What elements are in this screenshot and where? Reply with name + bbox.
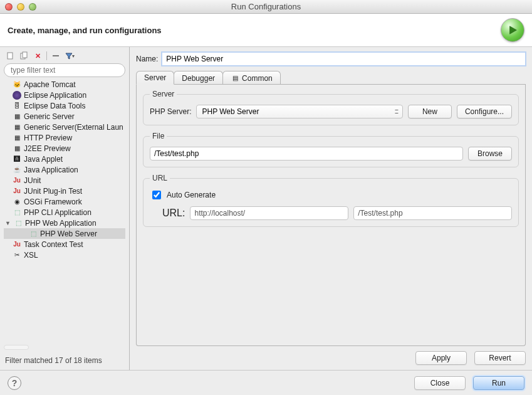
window-title: Run Configurations bbox=[0, 2, 532, 11]
name-label: Name: bbox=[136, 55, 158, 63]
main-area: ✕ ▾ 🐱Apache Tomcat Eclipse Application 🗄… bbox=[0, 47, 532, 370]
url-legend: URL bbox=[150, 174, 170, 182]
config-tree: 🐱Apache Tomcat Eclipse Application 🗄Ecli… bbox=[4, 79, 125, 342]
new-server-button[interactable]: New bbox=[408, 105, 452, 118]
header-text: Create, manage, and run configurations bbox=[8, 26, 162, 35]
tree-label: Generic Server bbox=[24, 112, 75, 121]
junit-icon: Ju bbox=[13, 176, 21, 185]
filter-match-status: Filter matched 17 of 18 items bbox=[4, 354, 125, 367]
junit-icon: Ju bbox=[13, 187, 21, 196]
file-group: File Browse bbox=[143, 132, 519, 167]
tree-label: Task Context Test bbox=[24, 240, 83, 249]
svg-marker-0 bbox=[510, 26, 517, 34]
tree-label: JUnit bbox=[24, 176, 41, 185]
auto-generate-checkbox[interactable] bbox=[152, 191, 161, 199]
new-config-icon[interactable] bbox=[5, 51, 15, 61]
horizontal-scrollbar[interactable] bbox=[4, 345, 29, 350]
php-icon: ⬚ bbox=[14, 219, 23, 228]
tree-item-generic-server-ext[interactable]: ▦Generic Server(External Laun bbox=[4, 122, 125, 132]
tab-label: Debugger bbox=[182, 74, 215, 83]
tab-server[interactable]: Server bbox=[136, 71, 174, 85]
config-panel: Name: Server Debugger ▤Common Server PHP… bbox=[130, 47, 532, 370]
php-icon: ⬚ bbox=[13, 208, 21, 217]
tree-item-data-tools[interactable]: 🗄Eclipse Data Tools bbox=[4, 100, 125, 111]
tree-item-php-web-app[interactable]: ▼⬚PHP Web Application bbox=[4, 218, 125, 228]
server-icon: ▦ bbox=[13, 112, 21, 121]
tree-item-php-cli[interactable]: ⬚PHP CLI Application bbox=[4, 207, 125, 218]
server-legend: Server bbox=[150, 90, 177, 98]
tree-item-task-context[interactable]: JuTask Context Test bbox=[4, 239, 125, 250]
tree-label: HTTP Preview bbox=[24, 134, 72, 142]
php-icon: ⬚ bbox=[29, 229, 38, 238]
filter-input[interactable] bbox=[4, 63, 125, 77]
run-button[interactable]: Run bbox=[473, 376, 524, 390]
tree-label: OSGi Framework bbox=[24, 198, 82, 206]
svg-rect-4 bbox=[53, 55, 59, 56]
xsl-icon: ✂ bbox=[13, 251, 21, 260]
tree-item-java-app[interactable]: ☕Java Application bbox=[4, 164, 125, 175]
action-row: Apply Revert bbox=[136, 351, 526, 365]
apply-button[interactable]: Apply bbox=[415, 351, 467, 365]
tree-label: PHP CLI Application bbox=[24, 208, 91, 217]
junit-icon: Ju bbox=[13, 240, 21, 249]
applet-icon: 🅰 bbox=[13, 155, 21, 164]
tree-item-junit-plugin[interactable]: JuJUnit Plug-in Test bbox=[4, 186, 125, 196]
tomcat-icon: 🐱 bbox=[13, 80, 21, 89]
filter-box bbox=[4, 63, 125, 77]
configure-server-button[interactable]: Configure... bbox=[457, 105, 512, 118]
tab-common[interactable]: ▤Common bbox=[222, 71, 281, 85]
duplicate-config-icon[interactable] bbox=[19, 51, 29, 61]
filter-menu-icon[interactable]: ▾ bbox=[65, 51, 75, 61]
disclosure-triangle-icon[interactable]: ▼ bbox=[5, 220, 11, 226]
tree-label: Eclipse Data Tools bbox=[24, 102, 86, 110]
sidebar: ✕ ▾ 🐱Apache Tomcat Eclipse Application 🗄… bbox=[0, 47, 130, 370]
name-input[interactable] bbox=[162, 52, 526, 66]
java-icon: ☕ bbox=[13, 166, 21, 174]
server-icon: ▦ bbox=[13, 144, 21, 153]
file-input[interactable] bbox=[150, 147, 463, 161]
tree-item-apache-tomcat[interactable]: 🐱Apache Tomcat bbox=[4, 79, 125, 90]
tree-item-generic-server[interactable]: ▦Generic Server bbox=[4, 111, 125, 122]
server-icon: ▦ bbox=[13, 134, 21, 142]
tab-bar: Server Debugger ▤Common bbox=[136, 71, 526, 85]
tree-item-xsl[interactable]: ✂XSL bbox=[4, 250, 125, 260]
tree-item-http-preview[interactable]: ▦HTTP Preview bbox=[4, 132, 125, 143]
svg-rect-1 bbox=[8, 53, 13, 59]
tab-content-server: Server PHP Server: PHP Web Server New Co… bbox=[136, 85, 526, 346]
tree-label: XSL bbox=[24, 251, 38, 260]
tree-label: PHP Web Application bbox=[25, 219, 96, 228]
url-group: URL Auto Generate URL: bbox=[143, 174, 519, 227]
tree-label: Generic Server(External Laun bbox=[24, 123, 123, 132]
revert-button[interactable]: Revert bbox=[474, 351, 526, 365]
tree-item-java-applet[interactable]: 🅰Java Applet bbox=[4, 154, 125, 164]
tree-label: Eclipse Application bbox=[24, 91, 86, 100]
delete-config-icon[interactable]: ✕ bbox=[33, 51, 43, 61]
close-button[interactable]: Close bbox=[414, 376, 466, 390]
help-button[interactable]: ? bbox=[8, 376, 21, 390]
header: Create, manage, and run configurations bbox=[0, 14, 532, 47]
tree-item-j2ee-preview[interactable]: ▦J2EE Preview bbox=[4, 143, 125, 154]
database-icon: 🗄 bbox=[13, 102, 21, 110]
server-icon: ▦ bbox=[13, 123, 21, 132]
tree-label: Apache Tomcat bbox=[24, 80, 76, 89]
url-path-input bbox=[353, 206, 512, 220]
auto-generate-label: Auto Generate bbox=[167, 191, 216, 199]
tree-label: J2EE Preview bbox=[24, 144, 71, 153]
tab-debugger[interactable]: Debugger bbox=[174, 71, 223, 85]
collapse-all-icon[interactable] bbox=[51, 51, 61, 61]
file-legend: File bbox=[150, 132, 167, 140]
titlebar: Run Configurations bbox=[0, 0, 532, 14]
browse-file-button[interactable]: Browse bbox=[468, 147, 512, 161]
url-host-input bbox=[190, 206, 348, 220]
tree-item-php-web-server[interactable]: ⬚PHP Web Server bbox=[4, 228, 125, 239]
osgi-icon: ◉ bbox=[13, 198, 21, 206]
toolbar-separator bbox=[46, 51, 47, 60]
url-label: URL: bbox=[162, 208, 185, 219]
php-server-select[interactable]: PHP Web Server bbox=[196, 105, 402, 118]
tree-label: Java Applet bbox=[24, 155, 63, 164]
tab-label: Common bbox=[242, 74, 273, 83]
tree-item-eclipse-app[interactable]: Eclipse Application bbox=[4, 90, 125, 100]
tree-item-osgi[interactable]: ◉OSGi Framework bbox=[4, 196, 125, 207]
tab-label: Server bbox=[144, 73, 166, 82]
tree-item-junit[interactable]: JuJUnit bbox=[4, 175, 125, 186]
